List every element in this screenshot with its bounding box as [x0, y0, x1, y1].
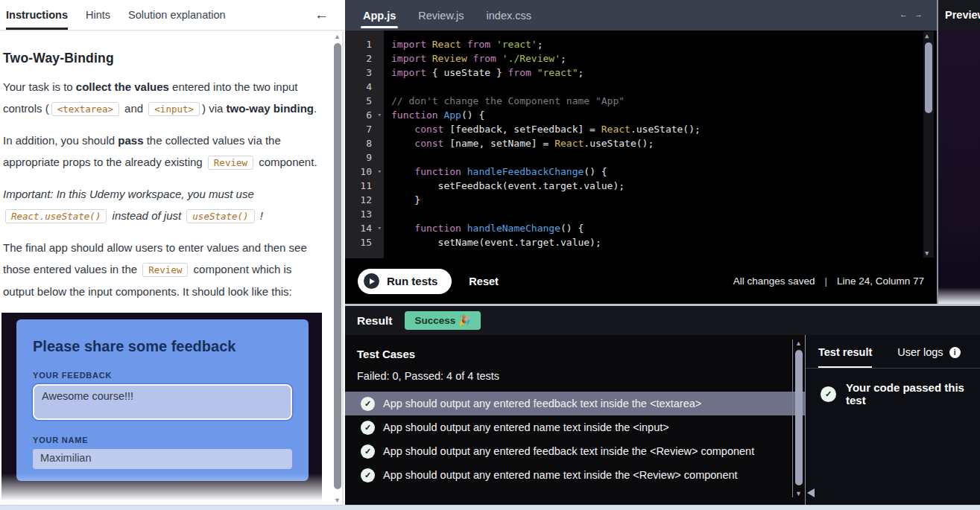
tab-user-logs[interactable]: User logsi — [897, 346, 960, 368]
lesson-title: Two-Way-Binding — [3, 51, 324, 66]
test-result-message: Your code passed this test — [846, 381, 970, 407]
test-case-text: App should output any entered feedback t… — [383, 398, 701, 409]
test-case-row[interactable]: ✓App should output any entered feedback … — [345, 439, 805, 463]
inline-code: React.useState() — [5, 209, 107, 223]
status-separator: | — [824, 275, 827, 287]
code-text: setName(event.target.value); — [384, 235, 601, 249]
scroll-down-icon[interactable]: ▼ — [334, 497, 341, 504]
code-line: 14▾ function handleNameChange() { — [345, 221, 937, 235]
expected-result-preview: Please share some feedback YOUR FEEDBACK… — [1, 313, 322, 510]
inline-code: Review — [142, 263, 188, 277]
collapse-panel-icon[interactable]: ← — [314, 7, 329, 23]
check-icon: ✓ — [361, 468, 375, 482]
code-text: setFeedback(event.target.value); — [384, 179, 625, 193]
tab-index-css[interactable]: index.css — [487, 0, 531, 31]
line-number: 1 — [345, 37, 384, 51]
test-case-text: App should output any entered name text … — [383, 421, 669, 433]
fold-icon[interactable]: ▾ — [378, 221, 382, 235]
instructions-tabs: InstructionsHintsSolution explanation — [6, 0, 226, 30]
code-text — [384, 80, 391, 94]
inline-code: useState() — [186, 209, 254, 223]
instructions-scrollbar[interactable]: ▲ ▼ — [333, 31, 344, 504]
preview-feedback-card: Please share some feedback YOUR FEEDBACK… — [16, 319, 309, 481]
editor-action-bar: Run tests Reset All changes saved | Line… — [345, 258, 937, 304]
code-line: 12 } — [345, 193, 937, 207]
test-case-row[interactable]: ✓App should output any entered name text… — [345, 415, 805, 439]
code-line: 8 const [name, setName] = React.useState… — [345, 136, 937, 150]
result-header: Result Success 🎉 — [345, 306, 980, 335]
test-cases-scrollbar[interactable]: ▲ ▼ — [792, 340, 803, 497]
resize-horizontal-icon[interactable]: ← → — [900, 10, 925, 19]
inline-code: <textarea> — [51, 102, 119, 116]
code-text — [384, 207, 391, 221]
lesson-paragraph: In addition, you should pass the collect… — [3, 130, 324, 173]
fold-icon[interactable]: ▾ — [378, 165, 382, 179]
line-number: 9 — [345, 150, 384, 165]
code-text: const [name, setName] = React.useState()… — [384, 136, 654, 150]
scroll-down-icon[interactable]: ▼ — [925, 249, 929, 257]
tab-preview[interactable]: Preview — [937, 0, 980, 31]
code-line: 11 setFeedback(event.target.value); — [345, 179, 937, 193]
line-number: 8 — [345, 136, 384, 150]
run-tests-label: Run tests — [387, 275, 437, 287]
code-line: 13 — [345, 207, 937, 221]
scroll-down-icon[interactable]: ▼ — [795, 490, 802, 497]
tab-test-result[interactable]: Test result — [818, 346, 872, 368]
test-cases-panel: Test Cases Failed: 0, Passed: 4 of 4 tes… — [345, 335, 805, 505]
code-line: 4 — [345, 80, 937, 94]
lesson-paragraph: Your task is to collect the values enter… — [3, 76, 324, 120]
tab-review-js[interactable]: Review.js — [418, 0, 464, 31]
line-number: 10▾ — [345, 165, 384, 179]
editor-scrollbar[interactable]: ▲ ▼ — [923, 31, 934, 258]
preview-feedback-label: YOUR FEEDBACK — [33, 371, 292, 380]
line-number: 14▾ — [345, 221, 384, 235]
code-text — [384, 150, 391, 165]
code-text: function App() { — [384, 108, 484, 122]
code-line: 15 setName(event.target.value); — [345, 235, 937, 249]
save-status: All changes saved — [733, 275, 815, 287]
inline-code: <input> — [148, 102, 200, 116]
scrollbar-thumb[interactable] — [334, 43, 341, 489]
collapse-left-icon[interactable] — [807, 488, 815, 497]
result-label: Result — [357, 314, 392, 328]
line-number: 3 — [345, 66, 384, 80]
result-section: Result Success 🎉 Test Cases Failed: 0, P… — [345, 306, 980, 505]
scrollbar-thumb[interactable] — [925, 42, 932, 113]
check-icon: ✓ — [821, 386, 836, 402]
code-text: function handleNameChange() { — [384, 221, 584, 235]
play-icon — [364, 273, 379, 289]
scroll-up-icon[interactable]: ▲ — [925, 32, 929, 39]
test-result-tabbar: Test resultUser logsi — [806, 335, 980, 369]
test-case-row[interactable]: ✓App should output any entered name text… — [345, 463, 805, 487]
lesson-paragraphs: Your task is to collect the values enter… — [3, 76, 324, 302]
bold-text: two-way binding — [227, 102, 314, 115]
line-number: 15 — [345, 235, 384, 249]
line-number: 13 — [345, 207, 384, 221]
code-line: 3import { useState } from "react"; — [345, 66, 937, 80]
horizontal-scrollbar-track[interactable] — [0, 505, 980, 510]
preview-feedback-textarea: Awesome course!!! — [33, 384, 292, 420]
test-case-text: App should output any entered name text … — [383, 469, 738, 481]
code-line: 2import Review from './Review'; — [345, 51, 937, 66]
test-case-row[interactable]: ✓App should output any entered feedback … — [345, 392, 805, 415]
fold-icon[interactable]: ▾ — [378, 108, 382, 122]
code-line: 10▾ function handleFeedbackChange() { — [345, 165, 937, 179]
lesson-paragraph: The final app should allow users to ente… — [3, 237, 324, 302]
editor-tabs: App.jsReview.jsindex.css — [363, 0, 531, 31]
scrollbar-thumb[interactable] — [795, 350, 803, 485]
line-number: 6▾ — [345, 108, 384, 122]
workspace-root: InstructionsHintsSolution explanation ← … — [0, 0, 980, 510]
scroll-up-icon[interactable]: ▲ — [334, 33, 341, 40]
tab-instructions[interactable]: Instructions — [6, 0, 68, 30]
tab-solution-explanation[interactable]: Solution explanation — [128, 0, 226, 30]
code-editor[interactable]: 1import React from 'react';2import Revie… — [345, 31, 937, 258]
code-line: 9 — [345, 150, 937, 165]
reset-button[interactable]: Reset — [469, 275, 499, 287]
scroll-up-icon[interactable]: ▲ — [795, 340, 802, 347]
info-icon[interactable]: i — [949, 347, 961, 358]
code-line: 6▾function App() { — [345, 108, 937, 122]
tab-app-js[interactable]: App.js — [363, 0, 396, 31]
run-tests-button[interactable]: Run tests — [358, 269, 452, 294]
tab-hints[interactable]: Hints — [86, 0, 110, 30]
instructions-panel: InstructionsHintsSolution explanation ← … — [0, 0, 345, 510]
